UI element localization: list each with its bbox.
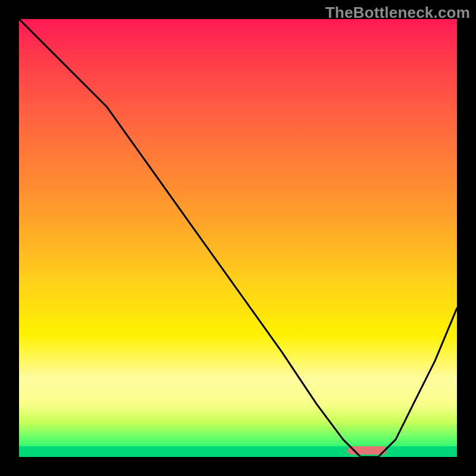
chart-frame: TheBottleneck.com: [0, 0, 476, 476]
plot-area: [19, 19, 457, 457]
bottleneck-curve: [19, 19, 457, 457]
